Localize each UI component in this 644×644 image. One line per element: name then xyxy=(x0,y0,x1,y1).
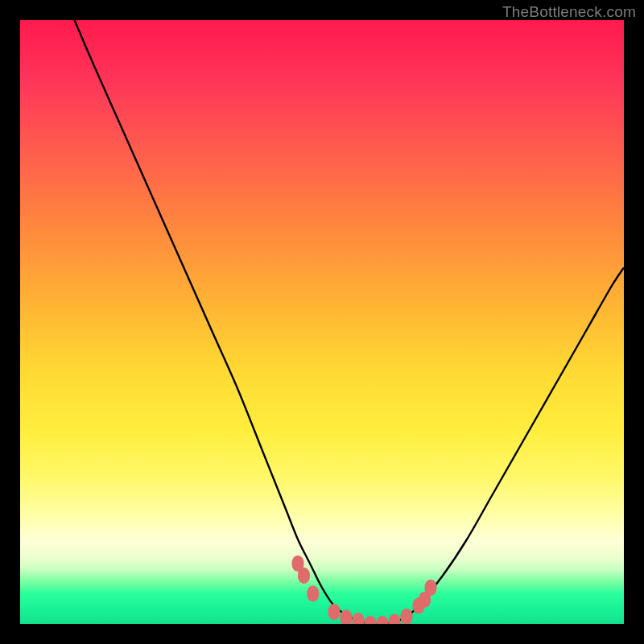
highlight-marker xyxy=(307,586,319,602)
highlight-marker xyxy=(341,610,353,625)
highlight-marker xyxy=(353,613,365,624)
highlight-marker xyxy=(419,592,431,608)
highlight-marker xyxy=(365,616,377,624)
chart-frame: TheBottleneck.com xyxy=(0,0,644,644)
highlight-marker xyxy=(328,604,341,620)
highlight-marker xyxy=(425,580,437,596)
bottleneck-curve xyxy=(75,20,625,624)
chart-svg xyxy=(20,20,624,624)
bottleneck-curve-path xyxy=(75,20,625,624)
highlight-marker xyxy=(401,609,413,624)
chart-plot-area xyxy=(20,20,624,624)
highlight-marker xyxy=(292,555,304,572)
highlight-marker xyxy=(389,614,401,624)
attribution-text: TheBottleneck.com xyxy=(502,3,636,21)
highlight-marker xyxy=(298,568,310,584)
highlight-markers xyxy=(292,555,437,624)
highlight-marker xyxy=(377,616,389,624)
highlight-marker xyxy=(413,598,425,614)
